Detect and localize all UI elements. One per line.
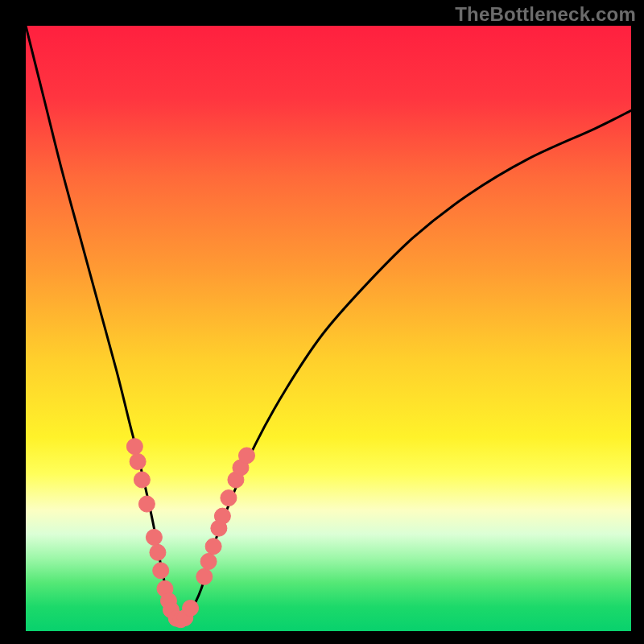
data-marker (221, 490, 237, 506)
data-marker (138, 496, 155, 512)
data-marker (200, 554, 217, 570)
data-marker (196, 568, 213, 584)
data-marker (134, 472, 150, 488)
bottleneck-curve (26, 26, 631, 619)
data-marker (126, 439, 142, 455)
data-marker (205, 539, 221, 555)
data-marker (214, 508, 230, 524)
data-marker (153, 563, 169, 579)
data-marker (183, 600, 199, 616)
data-marker (150, 544, 166, 560)
curve-layer (26, 26, 631, 631)
chart-frame: TheBottleneck.com (0, 0, 644, 644)
data-marker (146, 529, 162, 545)
data-marker (238, 448, 254, 464)
data-marker (130, 453, 146, 469)
plot-area (26, 26, 631, 631)
watermark-text: TheBottleneck.com (455, 3, 636, 26)
